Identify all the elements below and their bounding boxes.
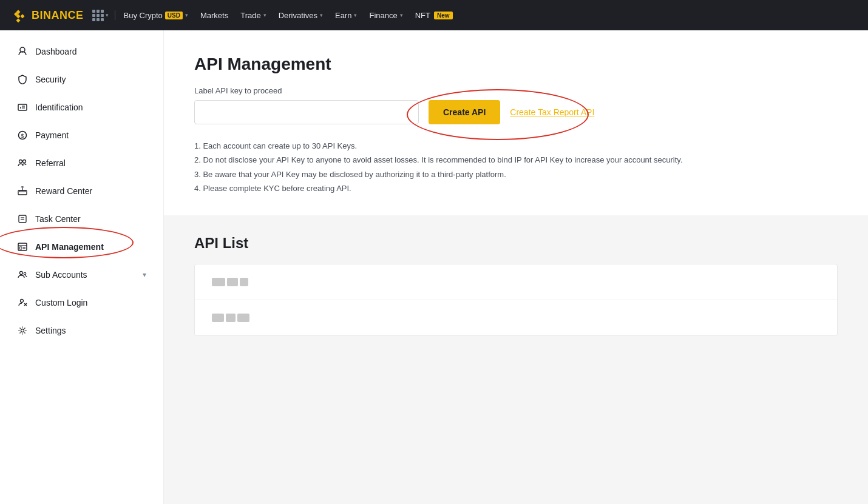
nav-derivatives[interactable]: Derivatives ▾ — [273, 0, 329, 30]
sidebar-item-dashboard[interactable]: Dashboard — [0, 38, 163, 66]
nav-markets[interactable]: Markets — [194, 0, 234, 30]
svg-text:$: $ — [21, 133, 24, 139]
apps-grid-button[interactable]: ▾ — [89, 7, 112, 24]
grid-icon — [92, 10, 104, 21]
main-content: API Management Label API key to proceed … — [164, 30, 868, 504]
sidebar-item-payment[interactable]: $ Payment — [0, 121, 163, 149]
nav-nft[interactable]: NFT New — [409, 0, 459, 30]
earn-chevron-icon: ▾ — [354, 12, 357, 18]
referral-icon — [17, 158, 28, 169]
dashboard-icon — [17, 46, 28, 57]
content-top-section: API Management Label API key to proceed … — [164, 30, 868, 215]
binance-logo-icon — [10, 7, 27, 24]
sidebar-item-api-management[interactable]: API Management — [0, 233, 163, 261]
usd-badge: USD — [165, 12, 183, 19]
svg-rect-12 — [19, 215, 26, 223]
svg-point-23 — [21, 329, 24, 332]
api-input-row: Create API Create Tax Report API — [194, 100, 838, 124]
page-title: API Management — [194, 55, 838, 74]
sidebar-item-security[interactable]: Security — [0, 66, 163, 93]
task-center-label: Task Center — [35, 214, 81, 224]
subaccounts-icon — [17, 269, 28, 280]
sidebar-item-reward-center[interactable]: Reward Center — [0, 177, 163, 205]
sidebar: Dashboard Security Identification $ Paym… — [0, 30, 164, 504]
table-row — [195, 300, 837, 335]
table-row — [195, 264, 837, 300]
buy-crypto-chevron-icon: ▾ — [185, 12, 188, 18]
nav-earn[interactable]: Earn ▾ — [329, 0, 363, 30]
logo[interactable]: BINANCE — [10, 7, 84, 24]
trade-chevron-icon: ▾ — [263, 12, 266, 18]
api-key-label: Label API key to proceed — [194, 86, 838, 95]
sidebar-item-task-center[interactable]: Task Center — [0, 205, 163, 233]
info-item-3: 3. Be aware that your API Key may be dis… — [194, 167, 838, 181]
nav-trade[interactable]: Trade ▾ — [234, 0, 272, 30]
nav-buy-crypto[interactable]: Buy Crypto USD ▾ — [118, 0, 194, 30]
sidebar-item-settings[interactable]: Settings — [0, 317, 163, 344]
logo-text: BINANCE — [32, 9, 84, 22]
main-layout: Dashboard Security Identification $ Paym… — [0, 30, 868, 504]
sidebar-item-identification[interactable]: Identification — [0, 93, 163, 121]
sidebar-item-sub-accounts[interactable]: Sub Accounts ▾ — [0, 261, 163, 289]
settings-label: Settings — [35, 326, 66, 335]
derivatives-chevron-icon: ▾ — [320, 12, 323, 18]
settings-icon — [17, 325, 28, 336]
svg-point-9 — [23, 160, 26, 163]
svg-rect-2 — [18, 104, 27, 110]
api-key-blurred-1 — [212, 278, 248, 286]
nav-divider — [115, 10, 115, 20]
sub-accounts-chevron-icon: ▾ — [143, 270, 146, 279]
sidebar-item-referral[interactable]: Referral — [0, 149, 163, 177]
reward-center-label: Reward Center — [35, 186, 92, 196]
svg-rect-17 — [19, 247, 22, 249]
nav-finance[interactable]: Finance ▾ — [363, 0, 409, 30]
reward-icon — [17, 186, 28, 197]
info-item-4: 4. Please complete KYC before creating A… — [194, 181, 838, 195]
custom-login-label: Custom Login — [35, 298, 87, 307]
id-icon — [17, 102, 28, 113]
info-list: 1. Each account can create up to 30 API … — [194, 139, 838, 196]
payment-label: Payment — [35, 130, 69, 140]
finance-chevron-icon: ▾ — [400, 12, 403, 18]
grid-chevron-icon: ▾ — [106, 12, 109, 18]
customlogin-icon — [17, 297, 28, 308]
api-icon — [17, 241, 28, 252]
task-icon — [17, 213, 28, 224]
api-list-table — [194, 264, 838, 336]
svg-point-8 — [19, 160, 22, 163]
api-list-section: API List — [164, 215, 868, 355]
security-icon — [17, 74, 28, 85]
svg-rect-11 — [19, 190, 25, 192]
sidebar-item-custom-login[interactable]: Custom Login — [0, 289, 163, 317]
create-tax-report-link[interactable]: Create Tax Report API — [510, 107, 594, 117]
api-key-input[interactable] — [194, 100, 419, 124]
svg-point-22 — [21, 300, 24, 303]
info-item-2: 2. Do not disclose your API Key to anyon… — [194, 153, 838, 167]
payment-icon: $ — [17, 130, 28, 141]
nft-badge: New — [434, 12, 453, 19]
identification-label: Identification — [35, 102, 83, 112]
sub-accounts-label: Sub Accounts — [35, 270, 87, 280]
dashboard-label: Dashboard — [35, 47, 77, 56]
security-label: Security — [35, 75, 66, 84]
api-management-label: API Management — [35, 242, 104, 252]
create-api-button[interactable]: Create API — [429, 100, 500, 124]
info-item-1: 1. Each account can create up to 30 API … — [194, 139, 838, 153]
api-key-blurred-2 — [212, 314, 249, 322]
api-list-title: API List — [194, 235, 838, 252]
svg-point-21 — [24, 272, 26, 275]
topnav: BINANCE ▾ Buy Crypto USD ▾ Markets Trade… — [0, 0, 868, 30]
svg-point-20 — [20, 272, 23, 275]
referral-label: Referral — [35, 158, 66, 168]
